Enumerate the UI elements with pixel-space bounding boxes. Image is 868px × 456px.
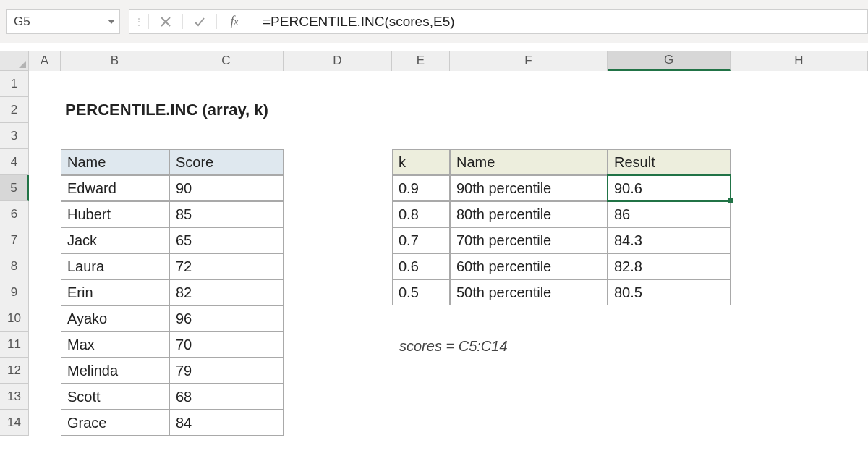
table1-score-cell[interactable]: 82 — [169, 279, 284, 305]
table1-score-cell[interactable]: 68 — [169, 384, 284, 410]
table2-k-cell[interactable]: 0.6 — [392, 253, 450, 279]
table1-score-cell[interactable]: 70 — [169, 332, 284, 358]
column-header[interactable]: A — [29, 51, 61, 71]
row-header[interactable]: 12 — [0, 358, 28, 384]
table1-score-cell[interactable]: 79 — [169, 358, 284, 384]
column-header[interactable]: H — [731, 51, 868, 71]
table1-name-cell[interactable]: Grace — [61, 410, 169, 436]
row-header[interactable]: 11 — [0, 332, 28, 358]
table1-score-cell[interactable]: 85 — [169, 201, 284, 227]
named-range-note: scores = C5:C14 — [399, 333, 508, 359]
table1-name-cell[interactable]: Edward — [61, 175, 169, 201]
row-header[interactable]: 1 — [0, 71, 28, 97]
table1-name-cell[interactable]: Ayako — [61, 305, 169, 332]
name-box-value: G5 — [7, 14, 103, 29]
table2-header-k: k — [392, 149, 450, 175]
table1-name-cell[interactable]: Laura — [61, 253, 169, 279]
column-header[interactable]: F — [450, 51, 608, 71]
table1-score-cell[interactable]: 65 — [169, 227, 284, 253]
table1-header-score: Score — [169, 149, 284, 175]
table1-header-name: Name — [61, 149, 169, 175]
table2-result-cell[interactable]: 80.5 — [608, 279, 731, 305]
row-header[interactable]: 14 — [0, 410, 28, 436]
row-headers: 1234567891011121314 — [0, 71, 29, 436]
column-header[interactable]: B — [61, 51, 169, 71]
spreadsheet-grid[interactable]: ABCDEFGH 1234567891011121314 PERCENTILE.… — [0, 51, 868, 456]
table1-name-cell[interactable]: Erin — [61, 279, 169, 305]
table1-name-cell[interactable]: Jack — [61, 227, 169, 253]
table2-name-cell[interactable]: 90th percentile — [450, 175, 608, 201]
column-header[interactable]: D — [284, 51, 392, 71]
column-header[interactable]: C — [169, 51, 284, 71]
fx-icon[interactable]: fx — [217, 10, 252, 33]
table2-k-cell[interactable]: 0.5 — [392, 279, 450, 305]
table2-name-cell[interactable]: 60th percentile — [450, 253, 608, 279]
row-header[interactable]: 5 — [0, 175, 29, 201]
table2-result-cell[interactable]: 86 — [608, 201, 731, 227]
table2-k-cell[interactable]: 0.8 — [392, 201, 450, 227]
table1-name-cell[interactable]: Max — [61, 332, 169, 358]
column-header[interactable]: G — [608, 51, 731, 71]
row-header[interactable]: 8 — [0, 253, 28, 279]
name-box[interactable]: G5 — [6, 9, 120, 34]
row-header[interactable]: 3 — [0, 123, 28, 149]
table2-result-cell[interactable]: 90.6 — [608, 175, 731, 201]
grip-icon: ⋮ — [129, 17, 148, 27]
table2-result-cell[interactable]: 82.8 — [608, 253, 731, 279]
cancel-icon[interactable] — [149, 10, 182, 33]
table1-name-cell[interactable]: Scott — [61, 384, 169, 410]
row-header[interactable]: 13 — [0, 384, 28, 410]
row-header[interactable]: 6 — [0, 201, 28, 227]
table2-header-name: Name — [450, 149, 608, 175]
table1-name-cell[interactable]: Hubert — [61, 201, 169, 227]
row-header[interactable]: 7 — [0, 227, 28, 253]
column-header[interactable]: E — [392, 51, 450, 71]
enter-icon[interactable] — [183, 10, 216, 33]
table2-name-cell[interactable]: 80th percentile — [450, 201, 608, 227]
table2-name-cell[interactable]: 70th percentile — [450, 227, 608, 253]
formula-input[interactable]: =PERCENTILE.INC(scores,E5) — [252, 9, 868, 34]
page-title: PERCENTILE.INC (array, k) — [61, 97, 268, 123]
formula-bar-buttons: ⋮ fx — [129, 9, 252, 34]
table2-k-cell[interactable]: 0.7 — [392, 227, 450, 253]
table1-score-cell[interactable]: 84 — [169, 410, 284, 436]
column-headers: ABCDEFGH — [29, 51, 868, 71]
row-header[interactable]: 9 — [0, 279, 28, 305]
table1-score-cell[interactable]: 96 — [169, 305, 284, 332]
table1-score-cell[interactable]: 90 — [169, 175, 284, 201]
row-header[interactable]: 2 — [0, 97, 28, 123]
row-header[interactable]: 10 — [0, 305, 28, 332]
row-header[interactable]: 4 — [0, 149, 28, 175]
table2-header-result: Result — [608, 149, 731, 175]
table2-name-cell[interactable]: 50th percentile — [450, 279, 608, 305]
select-all-button[interactable] — [0, 51, 29, 71]
formula-text: =PERCENTILE.INC(scores,E5) — [263, 14, 455, 30]
table1-score-cell[interactable]: 72 — [169, 253, 284, 279]
table2-result-cell[interactable]: 84.3 — [608, 227, 731, 253]
table2-k-cell[interactable]: 0.9 — [392, 175, 450, 201]
table1-name-cell[interactable]: Melinda — [61, 358, 169, 384]
cell-area[interactable]: PERCENTILE.INC (array, k) Name Score k N… — [29, 71, 868, 456]
name-box-dropdown-icon[interactable] — [103, 10, 119, 33]
formula-bar: G5 ⋮ fx =PERCENTILE.INC(scores,E5) — [0, 0, 868, 43]
